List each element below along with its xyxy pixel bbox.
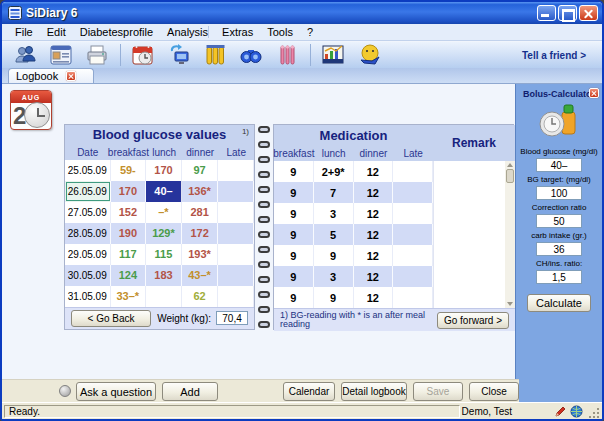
bg-value-cell[interactable]: 59-	[111, 160, 147, 181]
med-value-cell[interactable]: 9	[274, 266, 314, 287]
med-value-cell[interactable]: 12	[354, 224, 394, 245]
print-icon[interactable]	[82, 43, 112, 68]
patient-profile-icon[interactable]	[46, 43, 76, 68]
search-icon[interactable]	[236, 43, 266, 68]
menu-diabetesprofile[interactable]: Diabetesprofile	[73, 25, 160, 39]
detail-logbook-button[interactable]: Detail logbook	[341, 382, 407, 401]
date-cell[interactable]: 28.05.09	[65, 223, 111, 244]
bg-value-cell[interactable]: 183	[146, 265, 182, 286]
carb-intake-input[interactable]	[536, 242, 582, 256]
med-value-cell[interactable]	[393, 203, 433, 224]
bg-value-cell[interactable]: 62	[182, 286, 219, 307]
bg-value-cell[interactable]: 136*	[182, 181, 219, 202]
med-value-cell[interactable]: 5	[314, 224, 354, 245]
bg-value-cell[interactable]: 97	[182, 160, 219, 181]
med-value-cell[interactable]: 3	[314, 203, 354, 224]
menu-extras[interactable]: Extras	[215, 25, 260, 39]
med-value-cell[interactable]: 9	[314, 287, 354, 308]
tab-logbook[interactable]: Logbook	[8, 68, 94, 83]
menu-edit[interactable]: Edit	[40, 25, 73, 39]
med-value-cell[interactable]: 9	[314, 245, 354, 266]
go-back-button[interactable]: < Go Back	[71, 310, 151, 327]
bolus-close-icon[interactable]	[589, 88, 599, 98]
bg-value-cell[interactable]: 193*	[182, 244, 219, 265]
med-value-cell[interactable]: 9	[274, 182, 314, 203]
bg-target-input[interactable]	[536, 186, 582, 200]
weight-input[interactable]	[216, 311, 248, 325]
med-value-cell[interactable]: 12	[354, 266, 394, 287]
bg-value-cell[interactable]: 170	[146, 160, 182, 181]
maximize-button[interactable]	[558, 5, 577, 21]
resize-grip[interactable]	[588, 407, 600, 419]
scroll-up-icon[interactable]	[507, 163, 513, 167]
logbook-calendar-icon[interactable]	[128, 43, 158, 68]
med-value-cell[interactable]	[393, 182, 433, 203]
bg-value-cell[interactable]	[218, 202, 254, 223]
bg-value-cell[interactable]: 124	[111, 265, 147, 286]
med-value-cell[interactable]: 12	[354, 161, 394, 182]
tell-a-friend-link[interactable]: Tell a friend >	[522, 50, 586, 61]
food-icon[interactable]	[272, 43, 302, 68]
med-value-cell[interactable]: 7	[314, 182, 354, 203]
blood-glucose-input[interactable]	[536, 158, 582, 172]
data-transfer-icon[interactable]	[164, 43, 194, 68]
date-cell[interactable]: 25.05.09	[65, 160, 111, 181]
med-value-cell[interactable]: 12	[354, 287, 394, 308]
remark-scrollbar[interactable]	[505, 161, 515, 308]
med-value-cell[interactable]: 9	[274, 161, 314, 182]
date-cell[interactable]: 29.05.09	[65, 244, 111, 265]
close-button[interactable]: Close	[469, 382, 519, 401]
med-value-cell[interactable]: 3	[314, 266, 354, 287]
bg-value-cell[interactable]: 117	[111, 244, 147, 265]
month-calendar-icon[interactable]: AUG 2	[10, 90, 52, 130]
bg-value-cell[interactable]: 33–*	[111, 286, 147, 307]
bg-value-cell[interactable]: 115	[146, 244, 182, 265]
bg-value-cell[interactable]: 129*	[146, 223, 182, 244]
med-value-cell[interactable]: 9	[274, 224, 314, 245]
med-value-cell[interactable]: 9	[274, 203, 314, 224]
menu-file[interactable]: File	[8, 25, 40, 39]
calculate-button[interactable]: Calculate	[527, 294, 591, 312]
menu-help[interactable]: ?	[300, 25, 320, 39]
med-value-cell[interactable]	[393, 161, 433, 182]
bg-value-cell[interactable]: –*	[146, 202, 182, 223]
med-value-cell[interactable]	[393, 266, 433, 287]
bg-value-cell[interactable]	[218, 244, 254, 265]
ask-question-button[interactable]: Ask a question	[76, 382, 156, 401]
bg-value-cell[interactable]: 152	[111, 202, 147, 223]
lab-values-icon[interactable]	[200, 43, 230, 68]
globe-status-icon[interactable]	[570, 405, 583, 418]
minimize-button[interactable]	[537, 5, 556, 21]
calendar-button[interactable]: Calendar	[283, 382, 335, 401]
date-cell[interactable]: 26.05.09	[65, 181, 111, 202]
menu-analysis[interactable]: Analysis	[160, 25, 215, 39]
med-value-cell[interactable]: 2+9*	[314, 161, 354, 182]
remark-textbox[interactable]	[433, 161, 515, 308]
users-icon[interactable]	[10, 43, 40, 68]
med-value-cell[interactable]: 9	[274, 245, 314, 266]
bg-value-cell[interactable]: 172	[182, 223, 219, 244]
tab-close-icon[interactable]	[66, 71, 76, 81]
bg-value-cell[interactable]: 170	[111, 181, 147, 202]
bg-value-cell[interactable]: 43–*	[182, 265, 219, 286]
close-window-button[interactable]	[579, 5, 598, 21]
pen-status-icon[interactable]	[554, 405, 567, 418]
med-value-cell[interactable]	[393, 287, 433, 308]
bg-value-cell[interactable]	[218, 160, 254, 181]
med-value-cell[interactable]: 12	[354, 203, 394, 224]
date-cell[interactable]: 30.05.09	[65, 265, 111, 286]
bg-value-cell[interactable]: 190	[111, 223, 147, 244]
date-cell[interactable]: 31.05.09	[65, 286, 111, 307]
add-button[interactable]: Add	[162, 382, 218, 401]
bg-value-cell[interactable]: 40–	[146, 181, 182, 202]
menu-tools[interactable]: Tools	[260, 25, 300, 39]
hint-icon[interactable]	[59, 385, 71, 397]
bg-value-cell[interactable]	[218, 223, 254, 244]
med-value-cell[interactable]	[393, 245, 433, 266]
med-value-cell[interactable]: 9	[274, 287, 314, 308]
ch-ins-ratio-input[interactable]	[536, 270, 582, 284]
save-button[interactable]: Save	[413, 382, 463, 401]
med-value-cell[interactable]	[393, 224, 433, 245]
bg-value-cell[interactable]: 281	[182, 202, 219, 223]
bg-value-cell[interactable]	[218, 181, 254, 202]
